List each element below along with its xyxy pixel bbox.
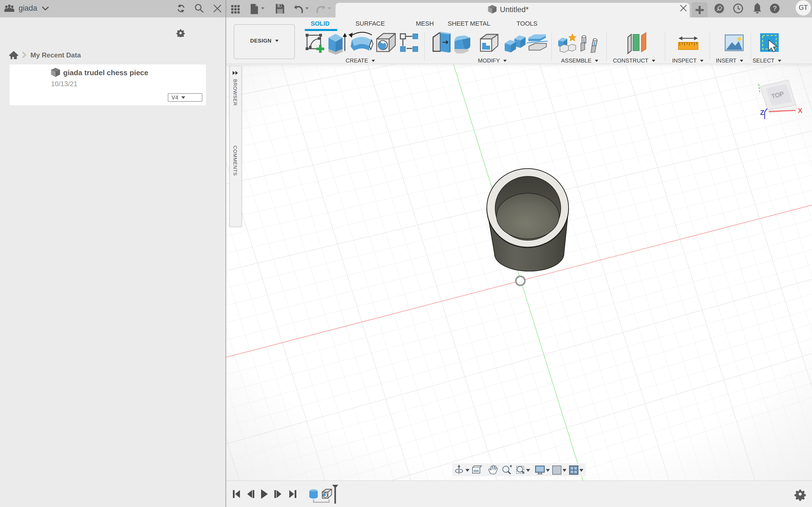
svg-text:?: ? <box>773 4 777 12</box>
svg-text:X: X <box>798 107 802 114</box>
svg-text:Z: Z <box>760 109 764 116</box>
